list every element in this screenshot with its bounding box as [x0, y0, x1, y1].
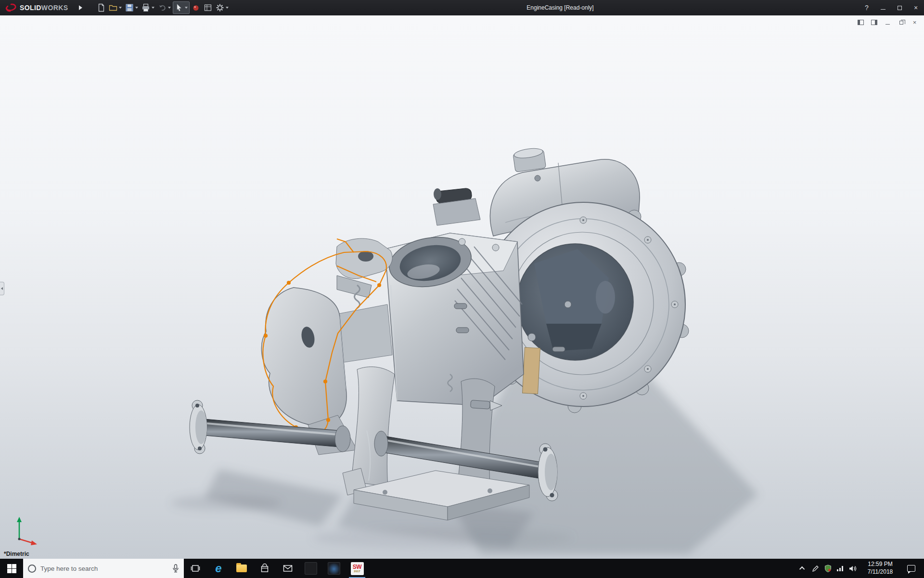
volume-icon — [849, 565, 857, 572]
pen-icon — [812, 565, 819, 572]
dropdown-arrow-icon[interactable] — [152, 7, 154, 9]
mail-icon — [283, 565, 293, 572]
cylinder-block — [385, 231, 524, 406]
network-icon — [836, 565, 844, 572]
doc-close-button[interactable]: × — [911, 19, 918, 26]
clock-date: 7/11/2018 — [859, 568, 901, 576]
pane-right-icon — [871, 20, 877, 25]
open-folder-icon — [109, 3, 117, 12]
app-mail[interactable] — [276, 559, 299, 578]
quick-toolbar — [95, 1, 230, 14]
brand-text: SOLIDWORKS — [20, 4, 68, 12]
maximize-icon — [898, 6, 902, 10]
new-document-button[interactable] — [95, 1, 107, 14]
taskbar-search[interactable] — [23, 559, 184, 578]
close-button[interactable]: × — [908, 0, 924, 15]
filler-boss — [513, 147, 546, 172]
tray-pen-button[interactable] — [809, 559, 821, 578]
dropdown-arrow-icon[interactable] — [185, 7, 188, 9]
select-tool-button[interactable] — [173, 1, 190, 14]
app-edge[interactable]: e — [207, 559, 230, 578]
document-title: EngineCasing [Read-only] — [488, 4, 632, 11]
save-icon — [125, 3, 134, 12]
doc-minimize-icon — [886, 24, 890, 25]
engine-model-canvas[interactable] — [0, 15, 924, 559]
view-sheet-icon — [204, 3, 212, 12]
print-icon — [141, 3, 150, 12]
solidworks-app-icon: SW 2017 — [351, 562, 364, 575]
doc-restore-icon — [899, 21, 903, 25]
caret-up-icon — [799, 566, 805, 572]
toolbar-flyout-button[interactable] — [76, 2, 85, 13]
app-store[interactable] — [253, 559, 276, 578]
doc-pane-left-button[interactable] — [857, 19, 864, 26]
view-orientation-label: *Dimetric — [4, 551, 29, 557]
app-photos[interactable] — [322, 559, 346, 578]
save-button[interactable] — [124, 1, 140, 14]
window-controls: ? × — [859, 0, 924, 15]
options-button[interactable] — [214, 1, 230, 14]
solidworks-logo: SOLIDWORKS — [0, 3, 72, 12]
graphics-viewport[interactable]: × *Dimetric — [0, 15, 924, 559]
undo-button[interactable] — [156, 1, 172, 14]
open-button[interactable] — [107, 1, 123, 14]
tray-network-button[interactable] — [834, 559, 847, 578]
maximize-button[interactable] — [891, 0, 908, 15]
edge-icon: e — [215, 563, 221, 574]
start-button[interactable] — [0, 559, 23, 578]
photos-app-icon — [328, 562, 340, 575]
view-sheet-button[interactable] — [202, 1, 214, 14]
dropdown-arrow-icon[interactable] — [135, 7, 138, 9]
dropdown-arrow-icon[interactable] — [119, 7, 122, 9]
dropdown-arrow-icon[interactable] — [168, 7, 171, 9]
dark-app-icon — [305, 562, 317, 575]
doc-restore-button[interactable] — [898, 19, 905, 26]
clock-time: 12:59 PM — [859, 561, 901, 568]
microphone-icon[interactable] — [172, 564, 179, 573]
ds-logo-icon — [5, 3, 17, 12]
titlebar: SOLIDWORKS — [0, 0, 924, 15]
action-center-icon — [907, 565, 915, 572]
appearance-sphere-icon — [192, 3, 200, 12]
taskbar: e SW 2017 — [0, 559, 924, 578]
flyout-arrow-icon — [79, 5, 82, 10]
doc-minimize-button[interactable] — [884, 19, 891, 26]
minimize-button[interactable] — [875, 0, 891, 15]
tray-volume-button[interactable] — [847, 559, 859, 578]
new-document-icon — [97, 3, 105, 12]
pane-left-icon — [858, 20, 864, 25]
app-dark-tile[interactable] — [299, 559, 322, 578]
panel-collapse-tab[interactable] — [0, 282, 4, 295]
dropdown-arrow-icon[interactable] — [226, 7, 229, 9]
action-center-button[interactable] — [901, 565, 921, 572]
document-window-controls: × — [857, 19, 918, 26]
store-icon — [260, 564, 270, 573]
select-arrow-icon — [175, 3, 183, 12]
options-gear-icon — [216, 3, 224, 12]
undo-icon — [158, 3, 167, 12]
internal-spacer — [523, 347, 540, 394]
print-button[interactable] — [140, 1, 156, 14]
cortana-icon — [28, 565, 36, 573]
task-view-button[interactable] — [184, 559, 207, 578]
minimize-icon — [881, 9, 886, 10]
shield-icon — [824, 565, 832, 572]
app-file-explorer[interactable] — [230, 559, 253, 578]
windows-logo-icon — [7, 564, 16, 573]
system-tray: 12:59 PM 7/11/2018 — [796, 559, 924, 578]
doc-pane-right-button[interactable] — [871, 19, 878, 26]
search-input[interactable] — [40, 565, 168, 572]
help-button[interactable]: ? — [859, 0, 875, 15]
app-solidworks[interactable]: SW 2017 — [346, 559, 369, 578]
task-view-icon — [191, 564, 200, 573]
appearance-button[interactable] — [190, 1, 202, 14]
tray-defender-button[interactable] — [821, 559, 834, 578]
file-explorer-icon — [236, 565, 247, 572]
coordinate-triad — [17, 517, 37, 545]
carb-bracket — [336, 238, 392, 308]
hidden-icons-button[interactable] — [796, 559, 809, 578]
taskbar-clock[interactable]: 12:59 PM 7/11/2018 — [859, 561, 901, 576]
